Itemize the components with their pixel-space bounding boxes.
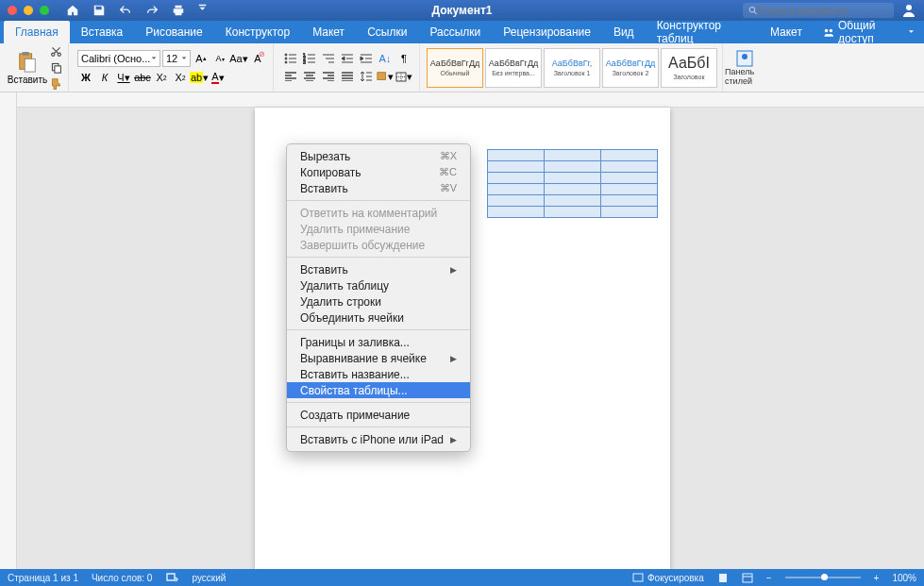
web-layout-view-icon[interactable] <box>742 573 753 583</box>
style-item-2[interactable]: АаБбВвГг,Заголовок 1 <box>544 48 600 88</box>
menu-item-15[interactable]: Вставить название... <box>287 366 470 382</box>
ribbon-tab-4[interactable]: Макет <box>301 21 356 43</box>
cut-icon[interactable] <box>48 45 63 59</box>
menu-item-16[interactable]: Свойства таблицы... <box>287 382 470 398</box>
undo-icon[interactable] <box>119 4 132 17</box>
align-right-icon[interactable] <box>320 69 337 84</box>
chevron-down-icon <box>181 56 187 61</box>
redo-icon[interactable] <box>145 4 159 17</box>
search-box[interactable] <box>743 3 894 18</box>
italic-button[interactable]: К <box>96 70 113 85</box>
justify-icon[interactable] <box>339 69 356 84</box>
ribbon-tab-1[interactable]: Вставка <box>70 21 135 43</box>
style-item-4[interactable]: АаБбІЗаголовок <box>661 48 717 88</box>
ribbon-tab-10[interactable]: Макет <box>759 21 814 43</box>
share-button[interactable]: Общий доступ <box>814 21 924 43</box>
numbering-icon[interactable]: 123 <box>301 51 318 66</box>
text-highlight-button[interactable]: ab▾ <box>191 70 208 85</box>
decrease-font-icon[interactable]: A▾ <box>211 51 228 66</box>
increase-indent-icon[interactable] <box>358 51 375 66</box>
ribbon-tab-5[interactable]: Ссылки <box>356 21 418 43</box>
qat-customize-icon[interactable] <box>198 4 211 17</box>
save-icon[interactable] <box>92 4 106 17</box>
zoom-slider[interactable] <box>785 577 861 578</box>
menu-item-1[interactable]: Копировать⌘C <box>287 164 470 180</box>
menu-item-9[interactable]: Удалить таблицу <box>287 277 470 293</box>
menu-item-13[interactable]: Границы и заливка... <box>287 334 470 350</box>
home-icon[interactable] <box>66 4 79 17</box>
svg-rect-24 <box>743 574 752 582</box>
close-window-button[interactable] <box>8 6 17 15</box>
borders-icon[interactable]: ▾ <box>395 69 412 84</box>
align-left-icon[interactable] <box>282 69 299 84</box>
style-item-0[interactable]: АаБбВвГгДдОбычный <box>427 48 483 88</box>
bold-button[interactable]: Ж <box>77 70 94 85</box>
bullets-icon[interactable] <box>282 51 299 66</box>
menu-item-18[interactable]: Создать примечание <box>287 407 470 423</box>
strikethrough-button[interactable]: abc <box>134 70 151 85</box>
ribbon-tabs: ГлавнаяВставкаРисованиеКонструкторМакетС… <box>0 21 924 43</box>
page-info[interactable]: Страница 1 из 1 <box>8 573 78 583</box>
zoom-in-icon[interactable]: + <box>874 573 880 583</box>
font-size-selector[interactable]: 12 <box>162 50 191 67</box>
maximize-window-button[interactable] <box>40 6 49 15</box>
show-marks-icon[interactable]: ¶ <box>395 51 412 66</box>
style-item-1[interactable]: АаБбВвГгДдБез интерва... <box>485 48 542 88</box>
svg-rect-0 <box>199 5 207 7</box>
spellcheck-icon[interactable] <box>165 572 178 583</box>
menu-item-20[interactable]: Вставить с iPhone или iPad▶ <box>287 431 470 447</box>
zoom-out-icon[interactable]: − <box>766 573 772 583</box>
ribbon-tab-0[interactable]: Главная <box>4 21 70 43</box>
subscript-button[interactable]: X2 <box>153 70 170 85</box>
line-spacing-icon[interactable] <box>358 69 375 84</box>
sort-icon[interactable]: A↓ <box>377 51 394 66</box>
menu-item-0[interactable]: Вырезать⌘X <box>287 148 470 164</box>
format-painter-icon[interactable] <box>48 77 63 91</box>
ribbon-tab-9[interactable]: Конструктор таблиц <box>646 21 759 43</box>
svg-point-2 <box>906 5 912 10</box>
menu-separator <box>287 329 470 330</box>
menu-separator <box>287 257 470 258</box>
ribbon-tab-8[interactable]: Вид <box>602 21 646 43</box>
menu-item-8[interactable]: Вставить▶ <box>287 261 470 277</box>
decrease-indent-icon[interactable] <box>339 51 356 66</box>
menu-item-11[interactable]: Объединить ячейки <box>287 310 470 326</box>
ribbon-tab-6[interactable]: Рассылки <box>418 21 492 43</box>
superscript-button[interactable]: X2 <box>172 70 189 85</box>
align-center-icon[interactable] <box>301 69 318 84</box>
font-name-selector[interactable]: Calibri (Осно... <box>77 50 160 67</box>
increase-font-icon[interactable]: A▴ <box>193 51 210 66</box>
document-table[interactable] <box>487 149 658 218</box>
ribbon-tab-2[interactable]: Рисование <box>134 21 213 43</box>
print-icon[interactable] <box>172 4 185 17</box>
zoom-level[interactable]: 100% <box>892 573 916 583</box>
styles-panel-button[interactable]: Панель стилей <box>725 43 764 92</box>
change-case-icon[interactable]: Aa▾ <box>230 51 247 66</box>
paste-button[interactable]: Вставить <box>8 43 46 92</box>
menu-item-10[interactable]: Удалить строки <box>287 293 470 310</box>
underline-button[interactable]: Ч▾ <box>115 70 132 85</box>
style-item-3[interactable]: АаБбВвГгДдЗаголовок 2 <box>602 48 659 88</box>
window-controls <box>8 6 49 15</box>
styles-panel-icon <box>736 50 753 67</box>
print-layout-view-icon[interactable] <box>717 573 729 583</box>
font-color-button[interactable]: A▾ <box>210 70 227 85</box>
multilevel-list-icon[interactable] <box>320 51 337 66</box>
svg-point-13 <box>285 58 287 59</box>
user-icon[interactable] <box>901 3 916 18</box>
copy-icon[interactable] <box>48 61 63 75</box>
horizontal-ruler[interactable] <box>17 92 924 108</box>
word-count[interactable]: Число слов: 0 <box>92 573 152 583</box>
language[interactable]: русский <box>192 573 226 583</box>
menu-item-14[interactable]: Выравнивание в ячейке▶ <box>287 350 470 366</box>
ribbon-tab-3[interactable]: Конструктор <box>214 21 301 43</box>
focus-mode[interactable]: Фокусировка <box>632 573 704 583</box>
menu-item-2[interactable]: Вставить⌘V <box>287 180 470 196</box>
shading-icon[interactable]: ▾ <box>377 69 394 84</box>
clipboard-group: Вставить <box>6 43 69 92</box>
clear-format-icon[interactable]: A⊘ <box>249 51 266 66</box>
search-input[interactable] <box>757 5 888 16</box>
vertical-ruler[interactable] <box>0 92 17 569</box>
ribbon-tab-7[interactable]: Рецензирование <box>492 21 602 43</box>
minimize-window-button[interactable] <box>24 6 33 15</box>
